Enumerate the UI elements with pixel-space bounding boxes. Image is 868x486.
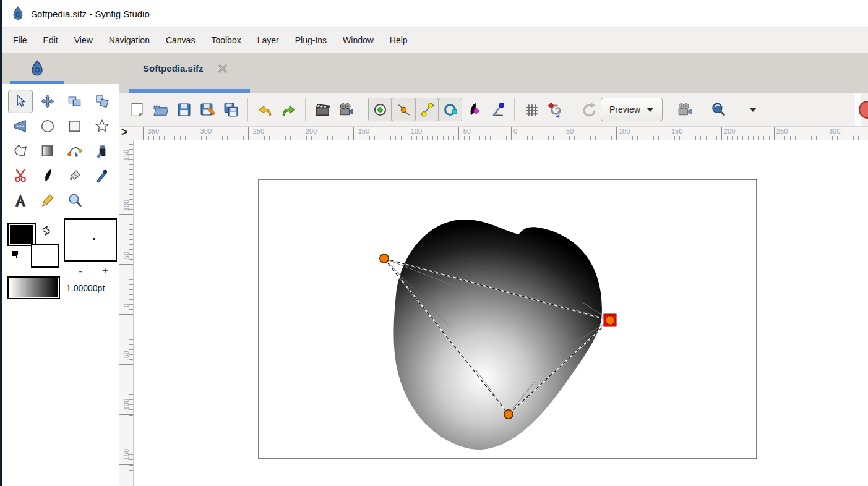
save-all-button[interactable] [219, 98, 243, 121]
expander-chevron-icon[interactable]: > [121, 126, 127, 140]
toggle-grid-snap-button[interactable] [543, 98, 567, 121]
refresh-icon [581, 101, 598, 118]
decrease-brush-button[interactable]: - [74, 266, 87, 277]
tool-fill[interactable] [62, 164, 87, 187]
open-button[interactable] [148, 98, 172, 121]
outline-color-swatch[interactable] [31, 244, 59, 268]
v-ruler-label: 50 [122, 243, 130, 268]
redo-arrow-icon [280, 101, 297, 118]
tool-mirror[interactable] [62, 90, 87, 113]
tool-eyedrop[interactable] [90, 164, 114, 187]
h-ruler-label: -250 [251, 127, 264, 135]
vertex-handle[interactable] [504, 410, 513, 419]
tool-draw[interactable] [90, 139, 114, 163]
toolbar-separator [363, 98, 363, 121]
tool-text[interactable] [8, 189, 33, 212]
zoom-dropdown-icon[interactable] [749, 108, 757, 112]
new-document-button[interactable] [125, 98, 148, 121]
menu-window[interactable]: Window [335, 30, 382, 50]
redo-button[interactable] [277, 98, 300, 121]
toggle-grid-button[interactable] [520, 98, 543, 121]
tool-sketch[interactable] [35, 189, 60, 212]
tool-star[interactable] [90, 114, 114, 138]
toggle-radius-handles-button[interactable] [439, 98, 462, 121]
tool-cutout[interactable] [8, 164, 33, 187]
default-gradient-swatch[interactable] [7, 276, 60, 299]
mirror-icon [67, 93, 83, 109]
toggle-angle-handles-button[interactable] [486, 98, 509, 121]
vertex-handle[interactable] [380, 254, 389, 263]
window-title: Softpedia.sifz - Synfig Studio [31, 9, 150, 19]
zoom-fit-button[interactable] [707, 98, 731, 121]
move-cross-icon [40, 93, 56, 109]
tool-rectangle[interactable] [62, 114, 87, 138]
toolbox-body: - + 1.00000pt [2, 84, 119, 486]
render-button[interactable] [311, 98, 334, 121]
scale-icon [94, 93, 110, 109]
preview-quality-dropdown[interactable]: Preview [601, 98, 663, 121]
render-preview-camera-button[interactable] [673, 98, 697, 121]
tool-brush[interactable] [35, 164, 60, 187]
menu-file[interactable]: File [5, 30, 35, 50]
menubar: FileEditViewNavigationCanvasToolboxLayer… [2, 27, 868, 53]
line-width-value: 1.00000pt [66, 283, 105, 293]
menu-edit[interactable]: Edit [35, 30, 66, 50]
toggle-vertex-handles-button[interactable] [392, 98, 415, 121]
toggle-position-handles-button[interactable] [368, 98, 392, 121]
grid-snap-icon [547, 101, 564, 118]
toolbox-tabstrip [2, 53, 119, 84]
text-icon [12, 192, 28, 208]
save-button[interactable] [172, 98, 196, 121]
reset-colors-icon[interactable] [12, 251, 20, 258]
preview-button-camera[interactable] [334, 98, 358, 121]
horizontal-ruler: -350-300-250-200-150-100-500501001502002… [134, 127, 868, 140]
v-ruler-label: 0 [122, 293, 130, 318]
menu-navigation[interactable]: Navigation [101, 30, 158, 50]
canvas-view[interactable] [134, 140, 868, 486]
ruler-corner[interactable]: > [119, 127, 134, 140]
toolbar-separator [514, 98, 515, 121]
tangent-handle-icon [419, 101, 436, 118]
tab-close-icon[interactable] [217, 63, 228, 74]
tab-softpedia[interactable]: Softpedia.sifz [143, 63, 204, 74]
fill-color-swatch[interactable] [7, 223, 36, 246]
fill-bucket-icon [67, 168, 83, 184]
toolbox-tab[interactable] [10, 56, 64, 81]
menu-plugins[interactable]: Plug-Ins [287, 30, 335, 50]
tool-width[interactable] [8, 114, 33, 138]
increase-brush-button[interactable]: + [99, 265, 111, 277]
undo-button[interactable] [253, 98, 277, 121]
new-document-icon [129, 101, 145, 118]
h-ruler-label: 50 [566, 127, 574, 135]
toggle-tangent-handles-button[interactable] [415, 98, 439, 121]
h-ruler-label: -100 [408, 127, 422, 135]
menu-help[interactable]: Help [382, 30, 416, 50]
toolbar-separator [702, 98, 702, 121]
cursor-arrow-icon [12, 93, 28, 109]
canvas-svg[interactable] [134, 140, 867, 486]
menu-toolbox[interactable]: Toolbox [203, 30, 249, 50]
vertex-handle-selected[interactable] [606, 316, 614, 325]
tool-scale[interactable] [90, 90, 114, 113]
main-area: - + 1.00000pt Softpedia.sifz [2, 53, 868, 486]
menu-layer[interactable]: Layer [249, 30, 287, 50]
refresh-button[interactable] [577, 98, 601, 121]
tool-transform[interactable] [8, 90, 33, 113]
blue-magnifier-icon [710, 101, 727, 118]
star-icon [94, 118, 110, 134]
synfig-logo-icon [29, 59, 45, 78]
tool-circle[interactable] [35, 114, 60, 138]
swap-colors-icon[interactable] [41, 225, 52, 236]
tool-gradient[interactable] [35, 139, 60, 163]
tool-smooth-move[interactable] [35, 90, 60, 113]
tool-spline[interactable] [62, 139, 87, 163]
menu-view[interactable]: View [66, 30, 101, 50]
menu-canvas[interactable]: Canvas [158, 30, 203, 50]
save-as-button[interactable] [196, 98, 219, 121]
brush-preview [64, 218, 117, 262]
window-edge [0, 0, 2, 486]
tool-polygon[interactable] [8, 139, 33, 163]
tool-zoom[interactable] [62, 189, 87, 212]
polygon-icon [12, 143, 28, 159]
toggle-width-handles-button[interactable] [462, 98, 486, 121]
